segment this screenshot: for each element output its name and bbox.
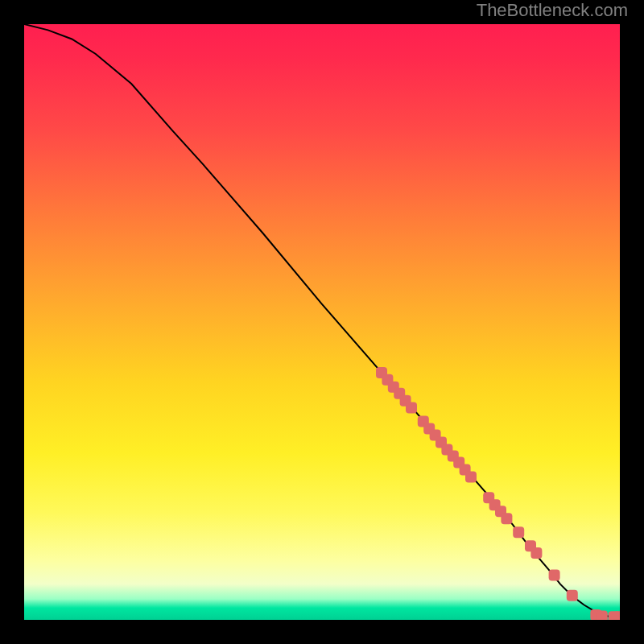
data-point xyxy=(465,471,477,482)
data-point xyxy=(549,570,560,581)
data-point xyxy=(567,590,578,601)
data-point xyxy=(406,402,417,414)
data-point xyxy=(501,513,512,524)
chart-points xyxy=(376,367,620,620)
chart-overlay xyxy=(24,24,620,620)
attribution-text: TheBottleneck.com xyxy=(477,0,628,21)
data-point xyxy=(597,611,608,620)
chart xyxy=(24,24,620,620)
data-point xyxy=(530,547,542,559)
data-point xyxy=(614,611,620,620)
data-point xyxy=(513,526,524,538)
chart-curve xyxy=(24,24,620,617)
